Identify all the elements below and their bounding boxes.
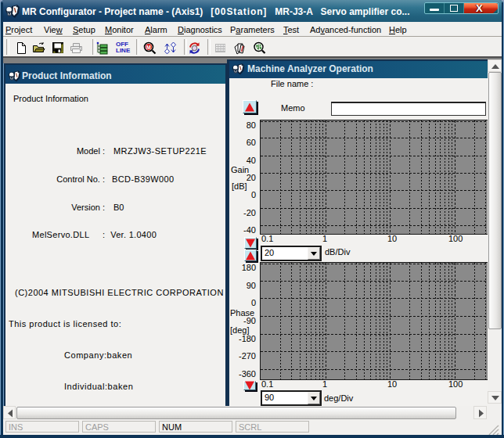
svg-text:M: M (146, 45, 151, 50)
